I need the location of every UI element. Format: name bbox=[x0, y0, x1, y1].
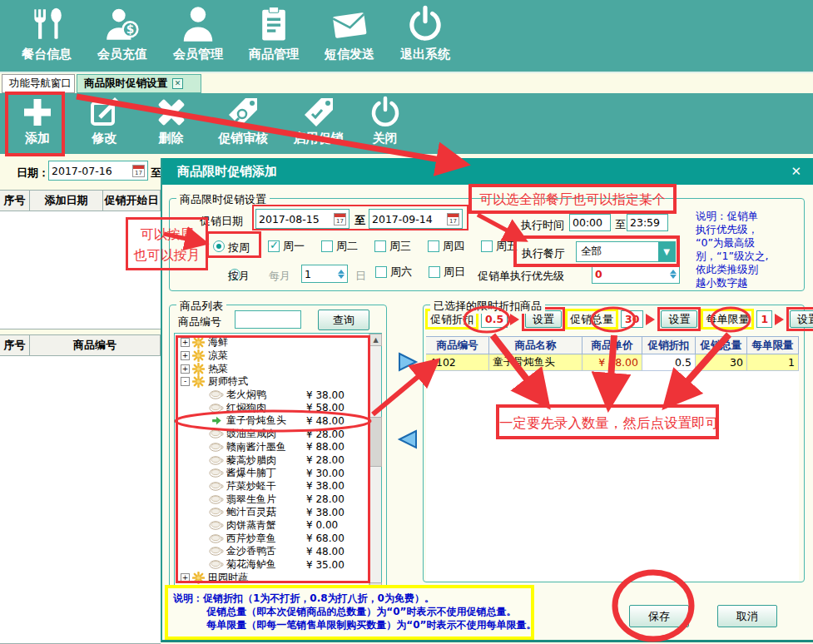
tree-category-label: 厨师特式 bbox=[208, 374, 248, 389]
tree-item-芹菜炒蛏干[interactable]: 芹菜炒蛏干¥ 38.00 bbox=[176, 480, 365, 493]
nav-item-2[interactable]: $会员充值 bbox=[86, 5, 159, 72]
tree-category-凉菜[interactable]: +凉菜 bbox=[176, 349, 365, 363]
column-header: 序号 bbox=[0, 191, 30, 211]
tree-item-菊花海鲈鱼[interactable]: 菊花海鲈鱼¥ 35.00 bbox=[176, 558, 365, 572]
promo-date-from-input[interactable]: 2017-08-15 bbox=[255, 209, 349, 229]
tree-item-price: ¥ 68.00 bbox=[306, 533, 345, 544]
toolbar-button-2[interactable]: 修改 bbox=[73, 96, 136, 151]
weekday-checkbox[interactable] bbox=[268, 240, 280, 252]
nav-item-6[interactable]: 退出系统 bbox=[389, 5, 462, 72]
toolbar-button-5[interactable]: 启用促销 bbox=[283, 96, 354, 151]
tab-function-navigation[interactable]: 功能导航窗口 bbox=[2, 74, 75, 93]
by-month-label: 按月 bbox=[228, 269, 250, 284]
tree-category-热菜[interactable]: +热菜 bbox=[176, 362, 365, 375]
weekday-checkbox[interactable] bbox=[481, 240, 493, 252]
tree-expand-icon[interactable]: + bbox=[181, 351, 190, 360]
setter-value-3[interactable]: 1 bbox=[756, 310, 772, 328]
table-row[interactable]: 4102童子骨炖鱼头¥ 48.000.5301 bbox=[426, 354, 799, 371]
set-button-2[interactable]: 设置 bbox=[661, 310, 697, 328]
stepper-arrows-icon[interactable] bbox=[338, 270, 345, 279]
toolbar-button-6[interactable]: 关闭 bbox=[358, 96, 412, 151]
exec-restaurant-dropdown[interactable]: 全部 ▼ bbox=[576, 241, 676, 262]
tree-item-红焖狗肉[interactable]: 红焖狗肉¥ 58.00 bbox=[176, 401, 365, 414]
weekday-checkbox[interactable] bbox=[374, 240, 386, 252]
tree-item-name: 老火焖鸭 bbox=[226, 388, 306, 402]
weekday-checkbox[interactable] bbox=[321, 240, 333, 252]
tree-item-藜蒿炒腊肉[interactable]: 藜蒿炒腊肉¥ 28.00 bbox=[176, 453, 365, 467]
tree-category-厨师特式[interactable]: -厨师特式 bbox=[176, 375, 365, 389]
exec-time-from-input[interactable]: 00:00 bbox=[569, 214, 611, 231]
tree-item-西芹炒章鱼[interactable]: 西芹炒章鱼¥ 68.00 bbox=[176, 532, 365, 545]
tree-expand-icon[interactable]: + bbox=[181, 364, 190, 374]
weekday-checkbox[interactable] bbox=[429, 266, 440, 278]
nav-item-1[interactable]: 餐台信息 bbox=[10, 5, 83, 72]
cancel-button[interactable]: 取消 bbox=[717, 605, 777, 627]
tree-scrollbar[interactable]: ▲ ▼ bbox=[369, 334, 381, 595]
dialog-close-icon[interactable]: ✕ bbox=[791, 164, 801, 179]
tree-item-童子骨炖鱼头[interactable]: 童子骨炖鱼头¥ 48.00 bbox=[176, 414, 365, 428]
weekday-checkbox[interactable] bbox=[428, 240, 439, 252]
calendar-icon[interactable] bbox=[132, 165, 145, 177]
month-day-stepper[interactable]: 1 bbox=[301, 265, 348, 283]
tree-item-豉油皇咸肉[interactable]: 豉油皇咸肉¥ 28.00 bbox=[176, 428, 365, 441]
exec-time-to-input[interactable]: 23:59 bbox=[627, 214, 668, 231]
tree-item-name: 金沙香鸭舌 bbox=[226, 544, 306, 558]
tree-category-海鲜[interactable]: +海鲜 bbox=[176, 336, 365, 349]
query-button[interactable]: 查询 bbox=[318, 310, 369, 330]
product-table-body[interactable] bbox=[0, 356, 161, 644]
move-right-button[interactable] bbox=[396, 350, 419, 377]
envelope-icon bbox=[330, 5, 369, 43]
tree-expand-icon[interactable]: + bbox=[181, 573, 190, 582]
tree-item-翡翠生鱼片[interactable]: 翡翠生鱼片¥ 28.00 bbox=[176, 493, 365, 506]
scrollbar-thumb[interactable] bbox=[369, 417, 382, 467]
time-from-value: 00:00 bbox=[573, 216, 602, 229]
dish-icon bbox=[209, 546, 224, 557]
dish-icon bbox=[209, 494, 224, 505]
toolbar-button-3[interactable]: 删除 bbox=[140, 96, 202, 151]
tree-expand-icon[interactable]: - bbox=[181, 377, 190, 386]
set-button-3[interactable]: 设置 bbox=[790, 310, 813, 328]
stepper-arrows-icon[interactable] bbox=[670, 270, 677, 279]
toolbar-button-1[interactable]: 添加 bbox=[8, 96, 67, 151]
promotion-table-body[interactable] bbox=[0, 211, 161, 329]
tab-close-icon[interactable]: ✕ bbox=[172, 78, 183, 89]
note-line: 说明：促销折扣（1为不打折，0.8为打八折，0为免费）。 bbox=[173, 592, 512, 604]
calendar-icon[interactable] bbox=[334, 213, 346, 225]
member-icon bbox=[179, 5, 217, 43]
weekday-checkbox[interactable] bbox=[375, 266, 387, 278]
selected-table-header: 商品编号商品名称商品单价促销折扣促销总量每单限量 bbox=[426, 336, 799, 354]
scroll-up-icon[interactable]: ▲ bbox=[369, 334, 382, 346]
setter-value-2[interactable]: 30 bbox=[621, 310, 643, 328]
promo-date-to-input[interactable]: 2017-09-14 bbox=[369, 209, 463, 229]
tree-expand-icon[interactable]: + bbox=[181, 338, 190, 347]
column-header: 商品单价 bbox=[582, 337, 642, 354]
nav-item-4[interactable]: 商品管理 bbox=[237, 5, 310, 72]
tree-item-老火焖鸭[interactable]: 老火焖鸭¥ 38.00 bbox=[176, 389, 365, 402]
tree-category-label: 海鲜 bbox=[208, 335, 228, 349]
nav-item-3[interactable]: 会员管理 bbox=[161, 5, 235, 72]
tree-item-鲍汁百灵菇[interactable]: 鲍汁百灵菇¥ 38.00 bbox=[176, 506, 365, 519]
setter-label-2: 促销总量 bbox=[565, 309, 618, 329]
tree-category-label: 热菜 bbox=[208, 362, 228, 376]
tree-item-赣南酱汁墨鱼[interactable]: 赣南酱汁墨鱼¥ 88.00 bbox=[176, 441, 365, 454]
chevron-down-icon[interactable]: ▼ bbox=[658, 242, 675, 261]
by-week-radio[interactable] bbox=[213, 240, 225, 252]
dialog-titlebar[interactable]: 商品限时促销添加 ✕ bbox=[161, 158, 813, 185]
weekday-周四: 周四 bbox=[428, 239, 481, 254]
product-code-input[interactable] bbox=[235, 310, 301, 329]
tree-item-酱爆牛腩丁[interactable]: 酱爆牛腩丁¥ 30.00 bbox=[176, 467, 365, 480]
save-button[interactable]: 保存 bbox=[629, 605, 689, 627]
nav-item-5[interactable]: 短信发送 bbox=[313, 5, 386, 72]
tree-item-肉饼蒸青蟹[interactable]: 肉饼蒸青蟹¥ 0.00 bbox=[176, 519, 365, 533]
tree-category-田园时蔬[interactable]: +田园时蔬 bbox=[176, 571, 365, 584]
tab-promotion-settings[interactable]: 商品限时促销设置 ✕ bbox=[77, 74, 201, 93]
priority-input[interactable]: 0 bbox=[592, 265, 680, 284]
move-left-button[interactable] bbox=[396, 428, 419, 454]
selected-table-empty-area bbox=[426, 371, 799, 581]
discount-explanation-note: 说明：促销折扣（1为不打折，0.8为打八折，0为免费）。促销总量（即本次促销商品… bbox=[165, 585, 534, 640]
calendar-icon[interactable] bbox=[447, 213, 459, 225]
tree-item-金沙香鸭舌[interactable]: 金沙香鸭舌¥ 48.00 bbox=[176, 545, 365, 558]
toolbar-button-4[interactable]: 促销审核 bbox=[206, 96, 280, 151]
dialog-title: 商品限时促销添加 bbox=[177, 164, 277, 180]
date-filter-input[interactable]: 2017-07-16 bbox=[48, 161, 148, 181]
